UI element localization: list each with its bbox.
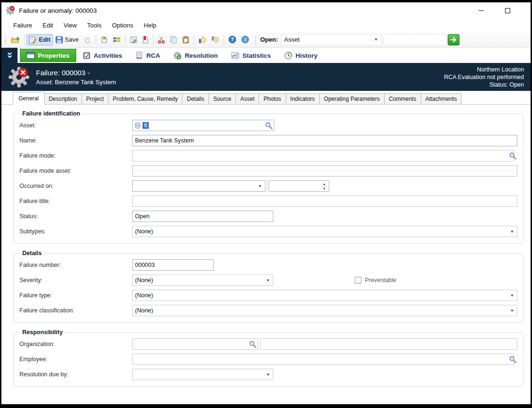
- maximize-button[interactable]: [499, 2, 515, 18]
- subtypes-combobox[interactable]: (None) ▼: [132, 226, 517, 237]
- field-label: Organization:: [19, 341, 132, 347]
- minimize-button[interactable]: [473, 2, 489, 18]
- group-legend: Details: [20, 250, 44, 257]
- module-tab-resolution[interactable]: Resolution: [167, 49, 225, 62]
- title-bar: ✕ Failure or anomaly: 000003 ✕: [1, 2, 531, 18]
- record-status: Status: Open: [444, 81, 524, 89]
- menu-tools[interactable]: Tools: [82, 20, 107, 31]
- menu-view[interactable]: View: [58, 20, 82, 31]
- field-label: Failure mode:: [19, 152, 132, 159]
- field-label: Severity:: [19, 277, 132, 284]
- status-row: Status: Open: [19, 209, 517, 224]
- report-icon: [142, 36, 149, 44]
- edit-button[interactable]: Edit: [27, 34, 53, 45]
- asset-lookup-button[interactable]: [265, 122, 273, 131]
- preventable-checkbox[interactable]: [355, 277, 361, 284]
- close-button[interactable]: ✕: [527, 2, 531, 18]
- occurred-time-spinner[interactable]: ▲ ▼: [269, 180, 329, 192]
- svg-text:✱: ✱: [103, 36, 107, 41]
- failure-type-combobox[interactable]: (None) ▼: [132, 290, 517, 301]
- subtypes-row: Subtypes: (None) ▼: [19, 224, 517, 239]
- thumbs-down-button[interactable]: [209, 34, 222, 45]
- failure-classification-combobox[interactable]: (None) ▼: [132, 305, 517, 316]
- go-button[interactable]: [448, 34, 460, 45]
- asset-row: Asset: 6: [19, 118, 517, 133]
- field-label: Occurred on:: [19, 183, 132, 189]
- toolbar-separator: [224, 35, 224, 45]
- module-tab-rca[interactable]: RCA RCA: [129, 49, 167, 62]
- tab-operating-parameters[interactable]: Operating Parameters: [319, 93, 385, 105]
- severity-combobox[interactable]: (None) ▼: [132, 275, 273, 286]
- tab-problem-cause-remedy[interactable]: Problem, Cause, Remedy: [108, 93, 182, 105]
- menu-failure[interactable]: Failure: [8, 20, 37, 31]
- info-button[interactable]: i: [239, 34, 252, 45]
- tab-attachments[interactable]: Attachments: [421, 93, 462, 105]
- quick-open-input[interactable]: [384, 34, 446, 45]
- note-button[interactable]: [127, 34, 140, 45]
- module-tab-activities[interactable]: Activities: [76, 49, 129, 62]
- module-tab-properties[interactable]: Properties: [20, 49, 76, 62]
- record-asset: Asset: Benzene Tank System: [36, 79, 116, 86]
- tab-description[interactable]: Description: [44, 93, 82, 105]
- thumbs-up-button[interactable]: [196, 34, 209, 45]
- occurred-date-combobox[interactable]: ▼: [132, 180, 265, 192]
- preventable-label: Preventable: [365, 277, 397, 284]
- field-label: Name:: [19, 137, 132, 144]
- help-button[interactable]: ?: [226, 34, 239, 45]
- module-tab-history[interactable]: History: [278, 49, 325, 62]
- tab-project[interactable]: Project: [81, 93, 108, 105]
- employee-field[interactable]: [132, 354, 514, 365]
- menu-help[interactable]: Help: [138, 20, 162, 31]
- copy-button[interactable]: [167, 34, 180, 45]
- resolution-due-combobox[interactable]: ▼: [132, 369, 273, 380]
- status-value: Open: [135, 213, 150, 220]
- toolbar-grip[interactable]: [254, 35, 257, 44]
- tab-details[interactable]: Details: [182, 93, 209, 105]
- organization-name-field[interactable]: [261, 338, 517, 350]
- tab-asset[interactable]: Asset: [235, 93, 259, 105]
- open-target-combobox[interactable]: Asset ▼: [281, 34, 381, 45]
- tab-source[interactable]: Source: [208, 93, 236, 105]
- window-title: Failure or anomaly: 000003: [19, 7, 97, 14]
- time-spin-buttons[interactable]: ▲ ▼: [321, 182, 328, 190]
- field-label: Subtypes:: [19, 228, 132, 235]
- organization-code-field[interactable]: [132, 338, 258, 350]
- failure-type-row: Failure type: (None) ▼: [19, 288, 517, 303]
- save-button[interactable]: Save: [53, 34, 81, 45]
- tab-general[interactable]: General: [13, 92, 45, 105]
- organization-row: Organization:: [19, 337, 517, 352]
- report-button[interactable]: [140, 34, 151, 45]
- open-folder-button[interactable]: [9, 34, 22, 45]
- refresh-icon: [83, 36, 91, 44]
- severity-value: (None): [135, 277, 153, 284]
- module-bar: Properties Activities RCA RCA: [1, 48, 531, 63]
- menu-edit[interactable]: Edit: [37, 20, 58, 31]
- new-document-button[interactable]: ✱: [98, 34, 110, 45]
- employee-lookup-button[interactable]: [509, 355, 517, 365]
- field-label: Failure mode asset:: [19, 168, 132, 174]
- chevron-down-icon: ▼: [510, 293, 514, 298]
- windows-button[interactable]: [110, 34, 123, 45]
- menu-options[interactable]: Options: [107, 20, 138, 31]
- paste-button[interactable]: [180, 34, 192, 45]
- collapse-panel-button[interactable]: [1, 48, 18, 63]
- failure-mode-lookup-button[interactable]: [509, 152, 517, 161]
- tab-comments[interactable]: Comments: [384, 93, 421, 105]
- general-tab-panel: Failure identification Asset: 6: [1, 105, 531, 404]
- toolbar-grip[interactable]: [5, 35, 7, 44]
- save-icon: [55, 36, 63, 44]
- module-tab-statistics[interactable]: Statistics: [225, 49, 278, 62]
- failure-mode-field[interactable]: [132, 150, 514, 161]
- organization-lookup-button[interactable]: [249, 340, 257, 350]
- tab-indicators[interactable]: Indicators: [286, 93, 320, 105]
- record-header: Failure: 000003 - Asset: Benzene Tank Sy…: [1, 63, 531, 91]
- asset-field[interactable]: 6: [132, 120, 274, 131]
- cut-button[interactable]: [155, 34, 167, 45]
- failure-mode-asset-row: Failure mode asset:: [19, 163, 517, 178]
- tab-photos[interactable]: Photos: [259, 93, 286, 105]
- datetime-separator: [267, 180, 267, 192]
- name-field: Benzene Tank System: [132, 135, 517, 146]
- resolution-due-row: Resolution due by: ▼: [19, 367, 517, 382]
- failure-title-field[interactable]: [132, 195, 517, 207]
- failure-mode-asset-field: [132, 165, 517, 177]
